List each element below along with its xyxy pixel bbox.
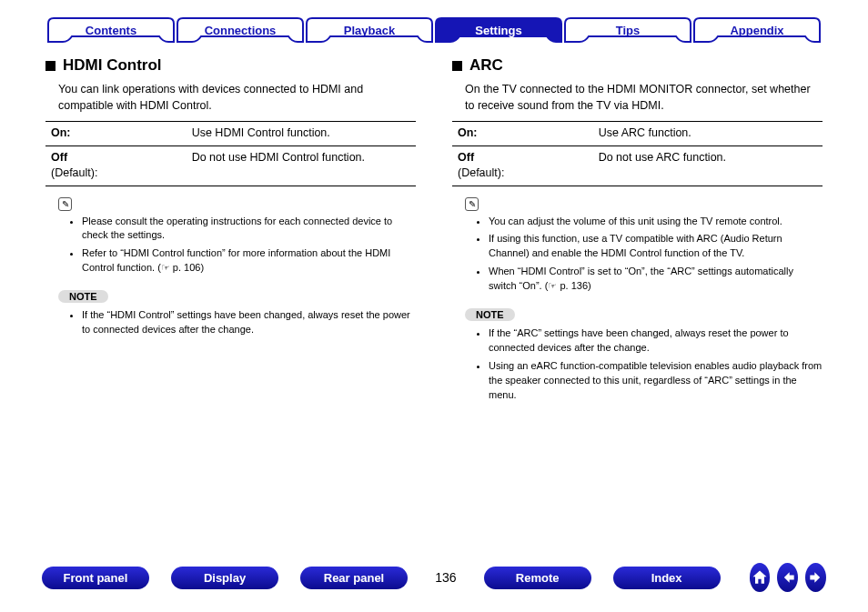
list-item: Refer to “HDMI Control function” for mor… [82, 246, 416, 276]
rear-panel-button[interactable]: Rear panel [300, 567, 408, 589]
pencil-icon: ✎ [58, 197, 72, 211]
tab-settings[interactable]: Settings [434, 16, 563, 44]
display-button[interactable]: Display [171, 567, 278, 589]
top-nav: ContentsConnectionsPlaybackSettingsTipsA… [0, 0, 868, 44]
tab-label: Appendix [692, 16, 822, 44]
section-title-arc: ARC [452, 56, 823, 75]
option-key: On: [452, 122, 593, 146]
list-item: Using an eARC function-compatible televi… [489, 359, 823, 403]
content-area: HDMI Control You can link operations wit… [0, 44, 868, 412]
intro-hdmi: You can link operations with devices con… [58, 82, 416, 114]
notes-list-hdmi: If the “HDMI Control” settings have been… [55, 308, 416, 337]
list-item: If using this function, use a TV compati… [489, 232, 823, 261]
option-desc: Use ARC function. [593, 122, 823, 146]
tab-label: Settings [434, 16, 563, 44]
next-button[interactable] [805, 563, 826, 592]
tab-label: Tips [563, 16, 692, 44]
index-button[interactable]: Index [613, 567, 721, 589]
tab-tips[interactable]: Tips [563, 16, 692, 44]
option-desc: Use HDMI Control function. [187, 122, 416, 146]
tab-appendix[interactable]: Appendix [692, 16, 822, 44]
col-left: HDMI Control You can link operations wit… [45, 56, 416, 412]
intro-arc: On the TV connected to the HDMI MONITOR … [465, 82, 823, 114]
pencil-icon: ✎ [465, 197, 479, 211]
list-item: You can adjust the volume of this unit u… [489, 215, 823, 229]
options-table-arc: On:Use ARC function.Off(Default):Do not … [452, 121, 823, 186]
option-desc: Do not use HDMI Control function. [187, 145, 416, 186]
square-bullet-icon [45, 61, 56, 71]
tips-list-hdmi: Please consult the operating instruction… [55, 215, 416, 276]
note-badge: NOTE [465, 308, 515, 321]
tab-label: Playback [305, 16, 434, 44]
home-button[interactable] [750, 563, 771, 592]
notes-list-arc: If the “ARC” settings have been changed,… [461, 326, 823, 403]
tab-playback[interactable]: Playback [305, 16, 434, 44]
list-item: If the “HDMI Control” settings have been… [82, 308, 416, 337]
option-row: On:Use ARC function. [452, 122, 823, 146]
option-row: Off(Default):Do not use ARC function. [452, 145, 823, 186]
note-badge: NOTE [58, 290, 108, 303]
option-row: On:Use HDMI Control function. [45, 122, 416, 146]
tab-label: Connections [176, 16, 305, 44]
option-desc: Do not use ARC function. [593, 145, 823, 186]
option-key: Off(Default): [452, 145, 593, 186]
prev-button[interactable] [777, 563, 798, 592]
page-number: 136 [429, 570, 462, 585]
list-item: Please consult the operating instruction… [82, 215, 416, 244]
bottom-nav: Front panelDisplayRear panel 136 RemoteI… [0, 563, 868, 592]
tab-contents[interactable]: Contents [46, 16, 176, 44]
remote-button[interactable]: Remote [484, 567, 591, 589]
title-text: HDMI Control [63, 56, 162, 75]
tips-list-arc: You can adjust the volume of this unit u… [461, 215, 823, 295]
option-row: Off(Default):Do not use HDMI Control fun… [45, 145, 416, 186]
options-table-hdmi: On:Use HDMI Control function.Off(Default… [45, 121, 416, 186]
square-bullet-icon [452, 61, 462, 71]
title-text: ARC [469, 56, 503, 75]
option-key: On: [45, 122, 187, 146]
list-item: When “HDMI Control” is set to “On”, the … [489, 265, 823, 294]
section-title-hdmi: HDMI Control [45, 56, 416, 75]
tab-label: Contents [46, 16, 176, 44]
list-item: If the “ARC” settings have been changed,… [489, 326, 823, 356]
col-right: ARC On the TV connected to the HDMI MONI… [452, 56, 823, 412]
tab-connections[interactable]: Connections [176, 16, 305, 44]
front-panel-button[interactable]: Front panel [42, 567, 149, 589]
option-key: Off(Default): [45, 145, 187, 186]
